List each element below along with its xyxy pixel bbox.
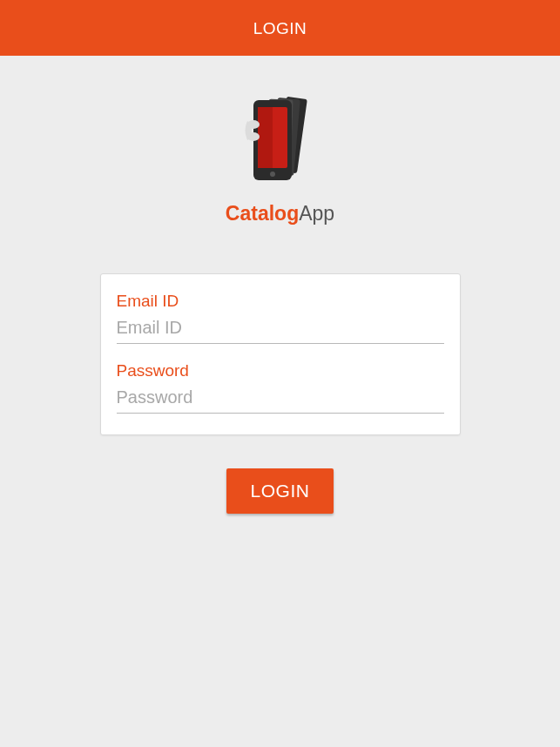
email-input[interactable] — [117, 314, 444, 344]
header-title: LOGIN — [253, 19, 307, 37]
svg-point-6 — [270, 172, 275, 177]
password-input[interactable] — [117, 384, 444, 414]
brand-name: CatalogApp — [226, 202, 334, 225]
catalog-app-icon — [241, 95, 320, 190]
email-field-group: Email ID — [117, 292, 444, 344]
password-field-group: Password — [117, 361, 444, 414]
password-label: Password — [117, 361, 444, 380]
login-button[interactable]: LOGIN — [226, 468, 334, 514]
app-header: LOGIN — [0, 0, 560, 56]
login-form-card: Email ID Password — [100, 273, 461, 435]
brand-name-light: App — [299, 202, 334, 225]
brand-name-bold: Catalog — [226, 202, 299, 225]
email-label: Email ID — [117, 292, 444, 311]
svg-rect-5 — [258, 107, 273, 168]
main-content: CatalogApp Email ID Password LOGIN — [0, 56, 560, 514]
logo-block: CatalogApp — [226, 95, 334, 225]
